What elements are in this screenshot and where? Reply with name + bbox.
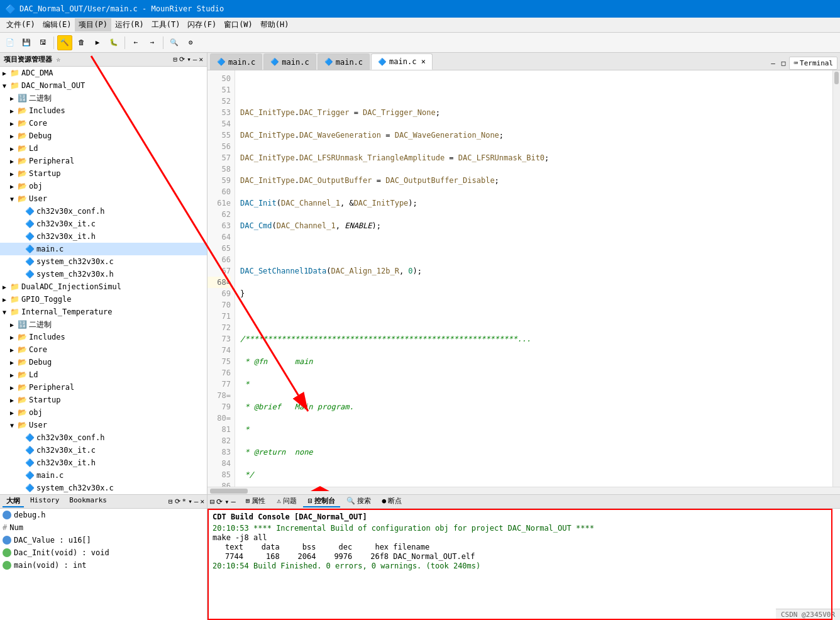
tab-properties[interactable]: ⊞属性 bbox=[241, 495, 271, 507]
code-line-67: */ bbox=[240, 469, 827, 480]
toolbar-forward[interactable]: → bbox=[145, 35, 160, 50]
tree-item-debug1[interactable]: ▶ 📂 Debug bbox=[0, 130, 207, 142]
menu-file[interactable]: 文件(F) bbox=[3, 18, 39, 31]
ln-70: 70 bbox=[207, 299, 231, 311]
code-editor[interactable]: DAC_InitType.DAC_Trigger = DAC_Trigger_N… bbox=[235, 70, 832, 487]
toolbar-search[interactable]: 🔍 bbox=[167, 35, 182, 50]
h-scrollbar-thumb[interactable] bbox=[210, 489, 248, 494]
tree-item-peripheral1[interactable]: ▶ 📂 Peripheral bbox=[0, 155, 207, 167]
tree-item-it-h2[interactable]: 🔷 ch32v30x_it.h bbox=[0, 457, 207, 469]
tree-item-ld2[interactable]: ▶ 📂 Ld bbox=[0, 368, 207, 381]
tree-item-binary1[interactable]: ▶ 🔢 二进制 bbox=[0, 92, 207, 104]
tree-item-it-c2[interactable]: 🔷 ch32v30x_it.c bbox=[0, 444, 207, 457]
outline-item-num[interactable]: # Num bbox=[0, 521, 207, 534]
menu-flash[interactable]: 闪存(F) bbox=[184, 18, 220, 31]
code-container[interactable]: 50 51 52 53 54 55 56 57 58 59 60 61e 62 … bbox=[207, 70, 840, 487]
tree-item-sys-c2[interactable]: 🔷 system_ch32v30x.c bbox=[0, 482, 207, 494]
tab-history[interactable]: History bbox=[26, 495, 63, 507]
tab-outline[interactable]: 大纲 bbox=[3, 495, 24, 507]
outline-item-dacinit[interactable]: Dac_Init(void) : void bbox=[0, 546, 207, 559]
tab-search[interactable]: 🔍搜索 bbox=[341, 495, 376, 507]
tree-item-binary2[interactable]: ▶ 🔢 二进制 bbox=[0, 318, 207, 331]
tree-item-internal-temp[interactable]: ▼ 📁 Internal_Temperature bbox=[0, 306, 207, 318]
tab-bookmarks[interactable]: Bookmarks bbox=[65, 495, 111, 507]
editor-tab-1[interactable]: 🔷 main.c bbox=[210, 53, 262, 70]
tree-item-obj2[interactable]: ▶ 📂 obj bbox=[0, 406, 207, 419]
outline-minimize[interactable]: — bbox=[194, 497, 199, 506]
tree-item-core1[interactable]: ▶ 📂 Core bbox=[0, 117, 207, 130]
tree-item-startup2[interactable]: ▶ 📂 Startup bbox=[0, 394, 207, 406]
tree-label: Internal_Temperature bbox=[21, 307, 113, 316]
explorer-menu[interactable]: ▾ bbox=[187, 55, 191, 64]
tree-item-main-c1[interactable]: 🔷 main.c bbox=[0, 243, 207, 255]
tree-item-user2[interactable]: ▼ 📂 User bbox=[0, 419, 207, 431]
tree-item-startup1[interactable]: ▶ 📂 Startup bbox=[0, 167, 207, 180]
menu-project[interactable]: 项目(P) bbox=[75, 18, 111, 31]
explorer-sync[interactable]: ⟳ bbox=[179, 55, 185, 64]
tree-item-dualadc[interactable]: ▶ 📁 DualADC_InjectionSimul bbox=[0, 280, 207, 293]
explorer-minimize[interactable]: — bbox=[193, 55, 197, 64]
tree-item-sys-c1[interactable]: 🔷 system_ch32v30x.c bbox=[0, 255, 207, 268]
menu-run[interactable]: 运行(R) bbox=[111, 18, 148, 31]
folder-icon: 📂 bbox=[18, 182, 27, 191]
outline-action-4[interactable]: ▾ bbox=[188, 497, 192, 506]
horizontal-scrollbar[interactable] bbox=[207, 487, 840, 494]
ln-57: 57 bbox=[207, 152, 231, 163]
outline-item-debug[interactable]: debug.h bbox=[0, 509, 207, 521]
tab-breakpoints[interactable]: ●断点 bbox=[377, 495, 407, 507]
toggle-icon: ▶ bbox=[10, 334, 18, 341]
outline-action-3[interactable]: * bbox=[182, 497, 187, 506]
toolbar-run[interactable]: ▶ bbox=[90, 35, 105, 50]
tree-item-dac-normal[interactable]: ▼ 📁 DAC_Normal_OUT bbox=[0, 79, 207, 92]
menu-edit[interactable]: 编辑(E) bbox=[39, 18, 75, 31]
editor-tab-2[interactable]: 🔷 main.c bbox=[263, 53, 316, 70]
tree-item-ld1[interactable]: ▶ 📂 Ld bbox=[0, 142, 207, 155]
tree-item-debug2[interactable]: ▶ 📂 Debug bbox=[0, 356, 207, 368]
tab-console[interactable]: ⊡控制台 bbox=[303, 495, 340, 507]
toolbar-save[interactable]: 💾 bbox=[19, 35, 34, 50]
tree-item-adc-dma[interactable]: ▶ 📁 ADC_DMA bbox=[0, 67, 207, 79]
tree-item-gpio[interactable]: ▶ 📁 GPIO_Toggle bbox=[0, 293, 207, 306]
tree-item-obj1[interactable]: ▶ 📂 obj bbox=[0, 180, 207, 192]
toolbar-build[interactable]: 🔨 bbox=[57, 35, 72, 50]
outline-item-dacval[interactable]: DAC_Value : u16[] bbox=[0, 534, 207, 546]
tree-item-peripheral2[interactable]: ▶ 📂 Peripheral bbox=[0, 381, 207, 394]
outline-action-1[interactable]: ⊟ bbox=[169, 497, 173, 506]
properties-icon: ⊟ bbox=[210, 497, 214, 506]
tab-problems[interactable]: ⚠问题 bbox=[272, 495, 302, 507]
bottom-panel: ⊟ ⟳ ▾ — ⊞属性 ⚠问题 ⊡控制台 🔍搜索 ●断点 bbox=[207, 494, 840, 620]
tree-item-main-c2[interactable]: 🔷 main.c bbox=[0, 469, 207, 482]
vertical-scrollbar[interactable] bbox=[832, 70, 840, 487]
menu-window[interactable]: 窗口(W) bbox=[220, 18, 257, 31]
explorer-close[interactable]: ✕ bbox=[199, 55, 203, 64]
tree-item-conf-h1[interactable]: 🔷 ch32v30x_conf.h bbox=[0, 205, 207, 218]
toolbar-clean[interactable]: 🗑 bbox=[74, 35, 89, 50]
toolbar-saveas[interactable]: 🖫 bbox=[35, 35, 50, 50]
tree-item-includes2[interactable]: ▶ 📂 Includes bbox=[0, 331, 207, 343]
outline-close[interactable]: ✕ bbox=[200, 497, 204, 506]
editor-tab-3[interactable]: 🔷 main.c bbox=[318, 53, 370, 70]
scrollbar-thumb[interactable] bbox=[834, 72, 839, 84]
minimize-icon-bottom[interactable]: — bbox=[231, 497, 235, 506]
tree-item-sys-h1[interactable]: 🔷 system_ch32v30x.h bbox=[0, 268, 207, 280]
explorer-collapse[interactable]: ⊟ bbox=[174, 55, 178, 64]
outline-item-main[interactable]: main(void) : int bbox=[0, 559, 207, 572]
minimize-editor[interactable]: — bbox=[768, 58, 778, 69]
toolbar-back[interactable]: ← bbox=[128, 35, 143, 50]
tabs-row: 🔷 main.c 🔷 main.c 🔷 main.c 🔷 main.c × bbox=[210, 53, 434, 70]
menu-tools[interactable]: 工具(T) bbox=[148, 18, 184, 31]
toolbar-new[interactable]: 📄 bbox=[3, 35, 18, 50]
editor-tab-4[interactable]: 🔷 main.c × bbox=[371, 53, 433, 70]
toolbar-settings[interactable]: ⚙ bbox=[183, 35, 198, 50]
maximize-editor[interactable]: □ bbox=[779, 58, 788, 69]
tree-item-it-h1[interactable]: 🔷 ch32v30x_it.h bbox=[0, 230, 207, 243]
tree-item-user1[interactable]: ▼ 📂 User bbox=[0, 192, 207, 205]
tree-item-conf-h2[interactable]: 🔷 ch32v30x_conf.h bbox=[0, 431, 207, 444]
outline-action-2[interactable]: ⟳ bbox=[175, 497, 180, 506]
toolbar-debug[interactable]: 🐛 bbox=[106, 35, 121, 50]
tree-item-core2[interactable]: ▶ 📂 Core bbox=[0, 343, 207, 356]
menu-help[interactable]: 帮助(H) bbox=[257, 18, 293, 31]
terminal-button[interactable]: ⌨ Terminal bbox=[789, 57, 837, 70]
tree-item-it-c1[interactable]: 🔷 ch32v30x_it.c bbox=[0, 218, 207, 230]
tree-item-includes1[interactable]: ▶ 📂 Includes bbox=[0, 104, 207, 117]
